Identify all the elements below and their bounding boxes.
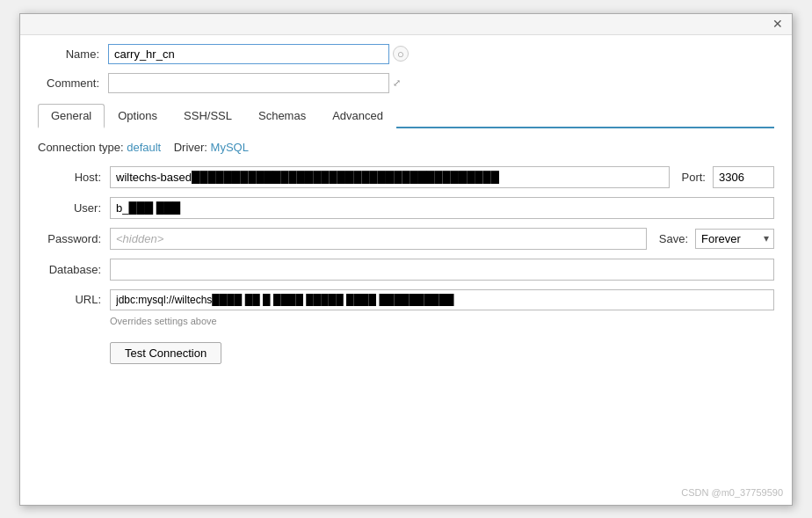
name-row: Name: ○ xyxy=(38,44,774,64)
database-input[interactable] xyxy=(110,259,774,281)
name-input[interactable] xyxy=(108,44,389,64)
user-input[interactable] xyxy=(110,197,774,219)
database-row: Database: xyxy=(38,259,774,281)
save-select-wrapper: Forever Until restart Never xyxy=(695,229,774,249)
url-input[interactable] xyxy=(110,289,774,310)
tab-schemas[interactable]: Schemas xyxy=(245,104,319,128)
save-label: Save: xyxy=(659,232,695,245)
comment-input[interactable] xyxy=(108,73,389,93)
tab-options[interactable]: Options xyxy=(105,104,170,128)
overrides-note: Overrides settings above xyxy=(110,316,774,326)
database-label: Database: xyxy=(38,263,110,276)
comment-label: Comment: xyxy=(38,77,108,90)
driver-value[interactable]: MySQL xyxy=(211,141,249,154)
user-row: User: xyxy=(38,197,774,219)
user-label: User: xyxy=(38,201,110,215)
name-label: Name: xyxy=(38,47,108,61)
host-row: Host: Port: xyxy=(38,166,774,188)
tab-advanced[interactable]: Advanced xyxy=(319,104,396,128)
url-label: URL: xyxy=(38,293,110,306)
save-select[interactable]: Forever Until restart Never xyxy=(695,229,774,249)
password-label: Password: xyxy=(38,232,110,245)
host-label: Host: xyxy=(38,171,110,184)
close-button[interactable]: ✕ xyxy=(769,18,787,30)
dialog-body: Name: ○ Comment: ⤢ General Options SSH/S… xyxy=(20,35,792,378)
connection-dialog: ✕ Name: ○ Comment: ⤢ General Options SSH… xyxy=(19,13,793,506)
expand-icon[interactable]: ⤢ xyxy=(393,77,401,89)
dialog-titlebar: ✕ xyxy=(20,14,792,35)
host-input-wrapper xyxy=(110,166,670,188)
conn-type-value[interactable]: default xyxy=(127,141,161,154)
host-input[interactable] xyxy=(110,166,670,188)
port-input[interactable] xyxy=(713,166,774,188)
url-row: URL: xyxy=(38,289,774,310)
password-input[interactable] xyxy=(110,228,647,250)
connection-info: Connection type: default Driver: MySQL xyxy=(38,141,774,154)
port-group: Port: xyxy=(682,166,774,188)
name-clear-button[interactable]: ○ xyxy=(393,46,409,62)
watermark: CSDN @m0_37759590 xyxy=(681,487,783,498)
password-row: Password: Save: Forever Until restart Ne… xyxy=(38,228,774,250)
driver-label: Driver: xyxy=(174,141,207,154)
comment-row: Comment: ⤢ xyxy=(38,73,774,93)
tab-general[interactable]: General xyxy=(38,104,105,128)
test-connection-button[interactable]: Test Connection xyxy=(110,342,221,364)
port-label: Port: xyxy=(682,171,713,184)
tab-bar: General Options SSH/SSL Schemas Advanced xyxy=(38,102,774,128)
tab-ssh-ssl[interactable]: SSH/SSL xyxy=(170,104,245,128)
save-group: Save: Forever Until restart Never xyxy=(659,229,774,249)
conn-type-label: Connection type: xyxy=(38,141,124,154)
